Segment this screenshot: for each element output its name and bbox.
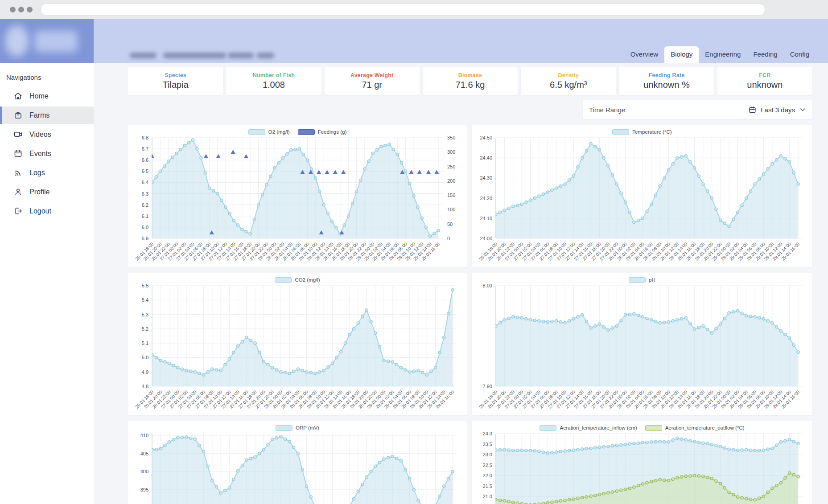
svg-text:23.0: 23.0 bbox=[483, 452, 492, 457]
legend-item[interactable]: CO2 (mg/l) bbox=[275, 277, 320, 283]
sidebar-item-logs[interactable]: Logs bbox=[0, 164, 94, 181]
svg-text:24.20: 24.20 bbox=[480, 196, 492, 201]
legend-item[interactable]: Feedings (g) bbox=[298, 129, 347, 135]
sidebar-item-events[interactable]: Events bbox=[0, 145, 94, 162]
stat-card-biomass: Biomass 71.6 kg bbox=[423, 67, 518, 95]
charts-grid: O2 (mg/l)Feedings (g) 6.86.76.66.56.46.3… bbox=[128, 125, 812, 504]
sidebar-item-profile[interactable]: Profile bbox=[0, 183, 94, 201]
svg-text:22.0: 22.0 bbox=[483, 473, 492, 478]
legend-label: Feedings (g) bbox=[318, 129, 347, 135]
logout-icon bbox=[13, 206, 23, 216]
svg-text:50: 50 bbox=[447, 221, 453, 227]
window-control-dot[interactable] bbox=[18, 7, 24, 12]
content-area: Species Tilapia Number of Fish 1.008 Ave… bbox=[94, 63, 828, 504]
svg-text:24.0: 24.0 bbox=[483, 432, 492, 436]
chart-panel-temperature: Temperature (°C) 24.5024.4024.3024.2024.… bbox=[472, 125, 812, 267]
svg-text:6.7: 6.7 bbox=[142, 146, 148, 152]
aeration-chart[interactable]: 24.023.523.022.522.021.521.020.520.019.5… bbox=[475, 432, 809, 504]
o2-feedings-chart[interactable]: 6.86.76.66.56.46.36.26.16.05.926.01 18:0… bbox=[132, 136, 463, 266]
sidebar-item-farms[interactable]: Farms bbox=[0, 107, 94, 124]
tab-feeding[interactable]: Feeding bbox=[747, 46, 783, 63]
ph-chart[interactable]: 8.007.9026.01 18:0026.01 20:0026.01 22:0… bbox=[475, 284, 809, 414]
legend-swatch bbox=[275, 277, 292, 283]
svg-text:5.2: 5.2 bbox=[142, 326, 148, 332]
tab-biology[interactable]: Biology bbox=[664, 46, 699, 63]
svg-text:6.2: 6.2 bbox=[142, 202, 148, 208]
stat-card-number-of-fish: Number of Fish 1.008 bbox=[226, 67, 321, 95]
legend-label: ORP (mV) bbox=[296, 425, 319, 430]
sidebar-item-home[interactable]: Home bbox=[0, 87, 94, 105]
svg-text:0: 0 bbox=[447, 236, 450, 241]
time-range-value: Last 3 days bbox=[761, 106, 795, 114]
time-range-label: Time Range bbox=[589, 106, 625, 114]
svg-text:23.5: 23.5 bbox=[483, 442, 492, 447]
svg-text:24.40: 24.40 bbox=[480, 155, 492, 160]
stats-row: Species Tilapia Number of Fish 1.008 Ave… bbox=[128, 67, 812, 95]
legend-item[interactable]: Temperature (°C) bbox=[612, 129, 671, 135]
stat-card-feeding-rate: Feeding Rate unknown % bbox=[619, 67, 714, 95]
stat-value: 1.008 bbox=[263, 80, 285, 90]
window-control-dot[interactable] bbox=[10, 7, 16, 12]
time-range-row: Time Range Last 3 days bbox=[128, 100, 812, 119]
nav-heading: Navigations bbox=[6, 74, 94, 81]
chart-legend: Aeration_temperature_inflow (cm)Aeration… bbox=[475, 424, 809, 432]
legend-label: Temperature (°C) bbox=[632, 129, 671, 135]
app-window: Navigations Home Farms Videos Events Log… bbox=[0, 0, 828, 504]
sidebar-item-label: Home bbox=[29, 92, 49, 100]
stat-value: 6.5 kg/m³ bbox=[550, 80, 587, 90]
legend-item[interactable]: ORP (mV) bbox=[276, 425, 319, 431]
legend-item[interactable]: Aeration_temperature_inflow (cm) bbox=[540, 425, 637, 431]
svg-text:410: 410 bbox=[140, 433, 148, 438]
orp-chart[interactable]: 41040540039539038526.01 18:0026.01 20:00… bbox=[132, 432, 463, 504]
stat-card-average-weight: Average Weight 71 gr bbox=[325, 67, 420, 95]
svg-text:5.9: 5.9 bbox=[142, 236, 148, 241]
svg-text:21.5: 21.5 bbox=[483, 484, 492, 489]
co2-chart[interactable]: 5.55.45.35.25.15.04.94.826.01 18:0026.01… bbox=[132, 284, 463, 414]
tab-engineering[interactable]: Engineering bbox=[699, 46, 747, 63]
svg-text:6.6: 6.6 bbox=[142, 157, 148, 163]
svg-text:6.0: 6.0 bbox=[142, 225, 148, 230]
chart-legend: Temperature (°C) bbox=[475, 128, 809, 136]
legend-item[interactable]: O2 (mg/l) bbox=[248, 129, 290, 135]
rss-icon bbox=[13, 168, 23, 177]
legend-swatch bbox=[645, 425, 662, 431]
svg-text:22.5: 22.5 bbox=[483, 463, 492, 468]
home-icon bbox=[13, 91, 23, 101]
chart-legend: ORP (mV) bbox=[132, 424, 463, 432]
legend-label: O2 (mg/l) bbox=[268, 129, 290, 135]
window-control-dot[interactable] bbox=[27, 7, 33, 12]
legend-item[interactable]: pH bbox=[629, 277, 655, 283]
svg-text:250: 250 bbox=[447, 164, 455, 169]
stat-card-density: Density 6.5 kg/m³ bbox=[521, 67, 616, 95]
svg-text:150: 150 bbox=[447, 193, 455, 198]
sidebar-item-label: Events bbox=[29, 150, 51, 158]
tab-config[interactable]: Config bbox=[784, 46, 816, 63]
svg-text:5.0: 5.0 bbox=[142, 355, 148, 360]
svg-text:5.1: 5.1 bbox=[142, 340, 148, 346]
url-bar[interactable] bbox=[41, 4, 765, 16]
legend-label: Aeration_temperature_outflow (°C) bbox=[665, 425, 745, 430]
svg-text:350: 350 bbox=[447, 136, 455, 140]
sidebar-item-logout[interactable]: Logout bbox=[0, 202, 94, 220]
svg-text:5.3: 5.3 bbox=[142, 312, 148, 317]
svg-text:24.50: 24.50 bbox=[480, 136, 492, 140]
svg-text:200: 200 bbox=[447, 178, 455, 184]
stat-label: Species bbox=[165, 72, 186, 78]
breadcrumb-redacted bbox=[130, 53, 157, 58]
temperature-chart[interactable]: 24.5024.4024.3024.2024.1024.0026.01 18:0… bbox=[475, 136, 809, 266]
farms-icon bbox=[13, 111, 23, 120]
svg-text:6.1: 6.1 bbox=[142, 213, 148, 219]
tab-overview[interactable]: Overview bbox=[624, 46, 665, 63]
stat-label: Feeding Rate bbox=[649, 72, 685, 78]
legend-item[interactable]: Aeration_temperature_outflow (°C) bbox=[645, 425, 745, 431]
stat-card-fcr: FCR unknown bbox=[717, 67, 812, 95]
svg-text:24.30: 24.30 bbox=[480, 175, 492, 180]
time-range-select[interactable]: Time Range Last 3 days bbox=[583, 100, 812, 119]
sidebar-item-label: Logs bbox=[29, 169, 45, 177]
svg-text:405: 405 bbox=[140, 451, 148, 456]
legend-swatch bbox=[540, 425, 556, 431]
legend-swatch bbox=[629, 277, 646, 283]
chart-panel-o2-feedings: O2 (mg/l)Feedings (g) 6.86.76.66.56.46.3… bbox=[128, 125, 467, 267]
person-icon bbox=[13, 187, 23, 197]
sidebar-item-videos[interactable]: Videos bbox=[0, 126, 94, 143]
